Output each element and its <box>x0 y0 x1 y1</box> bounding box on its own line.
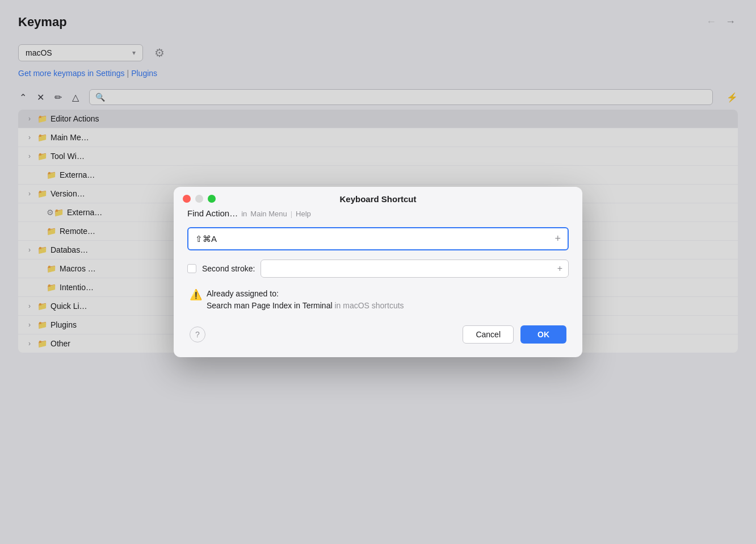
keyboard-shortcut-dialog: Keyboard Shortcut Find Action… in Main M… <box>174 187 582 357</box>
warning-detail-gray: in macOS shortcuts <box>334 301 404 310</box>
second-stroke-add-icon: + <box>557 263 562 274</box>
modal-title: Keyboard Shortcut <box>339 194 416 204</box>
warning-icon: ⚠️ <box>190 288 202 301</box>
traffic-lights <box>183 195 216 203</box>
action-label-row: Find Action… in Main Menu | Help <box>187 208 569 218</box>
close-button[interactable] <box>183 195 191 203</box>
modal-footer: ? Cancel OK <box>187 325 569 346</box>
second-stroke-row: Second stroke: + <box>187 260 569 278</box>
modal-body: Find Action… in Main Menu | Help ⇧⌘A + S… <box>174 208 582 357</box>
second-stroke-input[interactable]: + <box>261 260 569 278</box>
second-stroke-checkbox[interactable] <box>187 264 196 273</box>
action-path-in: in <box>241 210 247 218</box>
modal-backdrop: Keyboard Shortcut Find Action… in Main M… <box>0 0 756 544</box>
maximize-button[interactable] <box>208 195 216 203</box>
modal-titlebar: Keyboard Shortcut <box>174 187 582 208</box>
footer-actions: Cancel OK <box>463 325 566 344</box>
action-path-main: Main Menu <box>250 210 287 218</box>
warning-title: Already assigned to: <box>207 289 279 298</box>
warning-detail-main: Search man Page Index in Terminal <box>207 301 333 310</box>
ok-button[interactable]: OK <box>520 325 566 344</box>
second-stroke-label: Second stroke: <box>202 264 255 273</box>
action-path-separator: | <box>291 210 292 218</box>
action-name: Find Action… <box>187 208 238 218</box>
minimize-button[interactable] <box>195 195 203 203</box>
shortcut-input-row[interactable]: ⇧⌘A + <box>187 227 569 250</box>
help-button[interactable]: ? <box>190 327 205 342</box>
cancel-button[interactable]: Cancel <box>463 325 514 344</box>
action-path-help: Help <box>296 210 311 218</box>
shortcut-value: ⇧⌘A <box>195 234 550 244</box>
warning-content: Already assigned to: Search man Page Ind… <box>207 288 404 312</box>
shortcut-add-button[interactable]: + <box>555 233 561 245</box>
warning-row: ⚠️ Already assigned to: Search man Page … <box>187 288 569 312</box>
